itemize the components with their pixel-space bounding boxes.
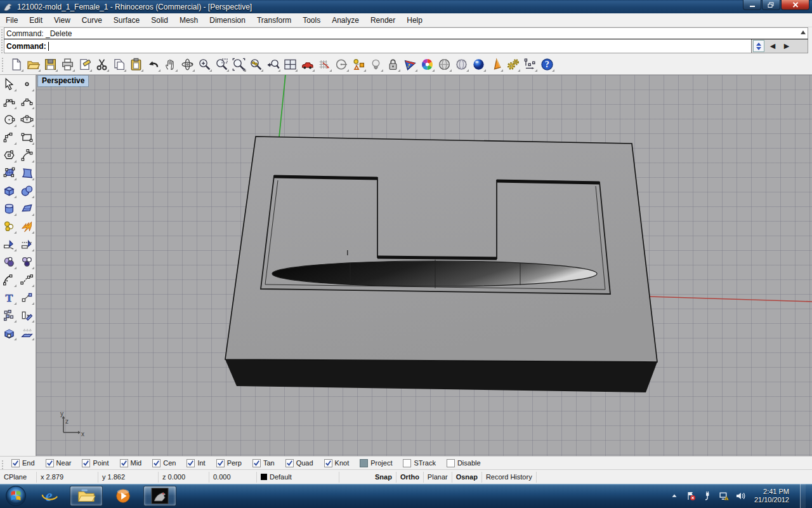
- sidebar-tool-group-objects-icon[interactable]: [1, 307, 18, 324]
- dimension-icon[interactable]: [521, 56, 539, 73]
- statusbar-toggle-osnap[interactable]: Osnap: [452, 472, 482, 483]
- show-desktop-button[interactable]: [800, 484, 806, 508]
- sidebar-tool-ellipse-icon[interactable]: [18, 111, 36, 128]
- osnap-near[interactable]: Near: [46, 459, 72, 467]
- command-history[interactable]: Command: _Delete: [4, 27, 808, 39]
- osnap-mid[interactable]: Mid: [120, 459, 142, 467]
- command-grip[interactable]: [1, 29, 3, 53]
- viewport-3d-canvas[interactable]: y z x: [36, 75, 812, 456]
- osnap-end-checkbox[interactable]: [11, 459, 20, 467]
- shaded-view-icon[interactable]: [436, 56, 453, 73]
- viewport-title[interactable]: Perspective: [38, 76, 88, 86]
- start-button[interactable]: [3, 485, 29, 507]
- edit-doc-icon[interactable]: [76, 56, 93, 73]
- osnap-disable[interactable]: Disable: [447, 459, 481, 467]
- rotate-view-icon[interactable]: [179, 56, 196, 73]
- zoom-extents-icon[interactable]: [230, 56, 247, 73]
- scroll-left-button[interactable]: ◀: [766, 39, 780, 53]
- osnap-quad[interactable]: Quad: [285, 459, 313, 467]
- ghosted-view-icon[interactable]: [453, 56, 470, 73]
- osnap-grip[interactable]: [1, 460, 4, 469]
- zoom-selected-icon[interactable]: [247, 56, 265, 73]
- menu-render[interactable]: Render: [365, 14, 401, 27]
- osnap-perp[interactable]: Perp: [216, 459, 242, 467]
- osnap-disable-checkbox[interactable]: [447, 459, 455, 467]
- taskbar-internet-explorer[interactable]: e: [33, 486, 66, 506]
- command-spinner[interactable]: [753, 40, 764, 52]
- sidebar-tool-split-icon[interactable]: [18, 236, 36, 253]
- sidebar-tool-curve-boolean-icon[interactable]: [1, 253, 18, 271]
- print-icon[interactable]: [59, 56, 76, 73]
- sidebar-tool-box-icon[interactable]: [1, 182, 18, 199]
- osnap-int[interactable]: Int: [187, 459, 205, 467]
- statusbar-toggle-snap[interactable]: Snap: [371, 472, 396, 483]
- osnap-point-checkbox[interactable]: [82, 459, 90, 467]
- minimize-button[interactable]: [743, 0, 761, 10]
- sidebar-tool-rectangle-icon[interactable]: [18, 129, 36, 146]
- copy-icon[interactable]: [110, 56, 128, 73]
- menu-transform[interactable]: Transform: [251, 14, 297, 27]
- flag-cone-icon[interactable]: [487, 56, 504, 73]
- open-folder-icon[interactable]: [25, 56, 42, 73]
- taskbar-windows-explorer[interactable]: [70, 486, 103, 506]
- scroll-right-button[interactable]: ▶: [780, 39, 794, 53]
- toolbar-grip[interactable]: [1, 57, 4, 72]
- restore-button[interactable]: [762, 0, 780, 10]
- cplane-button[interactable]: CPlane: [0, 472, 37, 483]
- menu-mesh[interactable]: Mesh: [174, 14, 204, 27]
- tray-action-center-icon[interactable]: [686, 491, 697, 502]
- new-file-icon[interactable]: [8, 56, 25, 73]
- command-input[interactable]: Command:: [4, 39, 752, 53]
- osnap-mid-checkbox[interactable]: [120, 459, 128, 467]
- sidebar-tool-move-point-icon[interactable]: [18, 289, 36, 306]
- sidebar-tool-trim-icon[interactable]: [1, 236, 18, 253]
- layer-pane[interactable]: Default: [257, 472, 339, 483]
- menu-curve[interactable]: Curve: [76, 14, 108, 27]
- osnap-project[interactable]: Project: [360, 459, 392, 467]
- osnap-tan-checkbox[interactable]: [252, 459, 261, 467]
- sidebar-tool-fillet-curve-icon[interactable]: [1, 271, 18, 288]
- osnap-tan[interactable]: Tan: [252, 459, 275, 467]
- sidebar-tool-surface-patch-icon[interactable]: [18, 200, 36, 217]
- sidebar-tool-solid-box-icon[interactable]: [1, 324, 18, 342]
- menu-surface[interactable]: Surface: [108, 14, 145, 27]
- menu-view[interactable]: View: [48, 14, 76, 27]
- sidebar-tool-explode-puzzle-icon[interactable]: [1, 218, 18, 235]
- osnap-knot-checkbox[interactable]: [324, 459, 332, 467]
- zoom-back-icon[interactable]: [265, 56, 282, 73]
- statusbar-toggle-record-history[interactable]: Record History: [482, 472, 537, 483]
- move-cplane-icon[interactable]: [316, 56, 333, 73]
- sidebar-tool-cylinder-icon[interactable]: [1, 200, 18, 217]
- sidebar-tool-blend-curve-icon[interactable]: [18, 271, 36, 288]
- cut-icon[interactable]: [93, 56, 110, 73]
- taskbar-rhinoceros[interactable]: [143, 486, 176, 506]
- help-icon[interactable]: ?: [539, 56, 556, 73]
- taskbar-media-player[interactable]: [107, 486, 140, 506]
- menu-solid[interactable]: Solid: [145, 14, 174, 27]
- menu-help[interactable]: Help: [401, 14, 428, 27]
- sidebar-tool-arc-icon[interactable]: [1, 129, 18, 146]
- sidebar-tool-surface-plane-icon[interactable]: [1, 164, 18, 182]
- tray-hidden-icons-icon[interactable]: [669, 491, 680, 502]
- color-wheel-icon[interactable]: [419, 56, 436, 73]
- menu-dimension[interactable]: Dimension: [204, 14, 251, 27]
- scroll-up-icon[interactable]: [801, 30, 806, 34]
- mold-object[interactable]: [225, 137, 657, 392]
- sidebar-tool-explode-burst-icon[interactable]: [18, 218, 36, 235]
- spinner-down-icon[interactable]: [756, 47, 761, 50]
- sidebar-tool-polygon-icon[interactable]: [1, 147, 18, 164]
- rendered-view-icon[interactable]: [470, 56, 487, 73]
- tray-volume-icon[interactable]: [735, 491, 746, 502]
- circle-radius-icon[interactable]: [333, 56, 350, 73]
- paste-icon[interactable]: [128, 56, 145, 73]
- osnap-project-checkbox[interactable]: [360, 459, 368, 467]
- osnap-strack[interactable]: STrack: [403, 459, 435, 467]
- osnap-point[interactable]: Point: [82, 459, 108, 467]
- zoom-window-icon[interactable]: [213, 56, 230, 73]
- selection-filter-icon[interactable]: [350, 56, 367, 73]
- menu-analyze[interactable]: Analyze: [326, 14, 365, 27]
- light-icon[interactable]: [367, 56, 384, 73]
- undo-icon[interactable]: [145, 56, 162, 73]
- zoom-in-icon[interactable]: [196, 56, 213, 73]
- sidebar-tool-surface-curved-icon[interactable]: [18, 164, 36, 182]
